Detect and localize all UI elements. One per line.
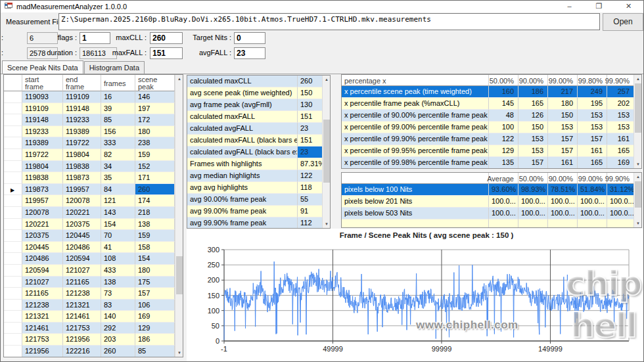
measurement-file-input[interactable]: Z:\Superman.2025.2160p.BluRay.DoVi.x265.… [58, 13, 600, 30]
stats-row[interactable]: Frames with highlights87.31% [187, 158, 330, 170]
scroll-down-icon[interactable]: ▼ [634, 160, 642, 168]
table-row[interactable]: 12116512123873157 [4, 288, 183, 300]
cell: 203 [101, 334, 135, 346]
table-row[interactable]: 11980411983834152 [4, 161, 183, 173]
duration-label: duration : [35, 49, 77, 57]
tab-scene-peak-nits-data[interactable]: Scene Peak Nits Data [2, 60, 83, 74]
row-header-cell [4, 161, 22, 173]
stats-row[interactable]: avg median highlights122 [187, 170, 330, 182]
scrollbar-thumb[interactable] [176, 256, 183, 294]
percentile-row[interactable]: x percentile frame peak (%maxCLL)1451651… [342, 98, 641, 110]
percentile-row[interactable]: x percentile scene peak (time weighted)1… [342, 86, 641, 98]
cell: 171 [135, 172, 175, 184]
avgfall-field[interactable]: 23 [234, 47, 265, 59]
stats-value-cell: 23 [298, 123, 323, 135]
current-row-marker-icon: ▶ [11, 187, 14, 193]
stats-row[interactable]: avg frame peak (avgFmll)130 [187, 99, 330, 111]
scroll-up-icon[interactable]: ▲ [175, 75, 183, 83]
vertical-scrollbar[interactable]: ▲▼ [175, 75, 183, 357]
stats-row[interactable]: avg scene peak (time weighted)150 [187, 87, 330, 99]
tab-histogram-data[interactable]: Histogram Data [84, 61, 145, 74]
scrollbar-thumb[interactable] [323, 120, 330, 183]
scroll-up-icon[interactable]: ▲ [634, 75, 642, 83]
pixels-row[interactable]: pixels below 201 Nits100.0...100.0...100… [342, 196, 641, 208]
close-button[interactable]: ✕ [614, 1, 643, 12]
table-row[interactable]: 12037512044570159 [4, 230, 183, 242]
stats-row[interactable]: avg avg highlights118 [187, 182, 330, 194]
table-row[interactable]: 120078120221143218 [4, 207, 183, 219]
stats-row[interactable]: avg 99.00% frame peak91 [187, 206, 330, 217]
empty-cell [489, 219, 518, 228]
table-row[interactable]: ▶11987311995784260 [4, 184, 183, 196]
table-row[interactable]: 119389119722333238 [4, 137, 183, 149]
target-nits-label: Target Nits : [185, 34, 231, 41]
table-row[interactable]: 12195612221626085 [4, 346, 183, 357]
percentile-row[interactable]: x percentile of 99.00% percentile frame … [342, 122, 641, 133]
table-row[interactable]: 120594121027433180 [4, 265, 183, 277]
table-row[interactable]: 11972211980482159 [4, 149, 183, 161]
stats-value-cell: 23 [298, 147, 323, 158]
cell: 121238 [22, 300, 63, 311]
table-row[interactable]: 11914811923385172 [4, 114, 183, 126]
table-row[interactable]: 121027121165138175 [4, 277, 183, 288]
vertical-scrollbar[interactable]: ▲▼ [322, 76, 330, 228]
percentile-row[interactable]: x percentile of 99.98% percentile frame … [342, 157, 641, 169]
table-row[interactable]: 12044512048641158 [4, 242, 183, 254]
table-row[interactable]: 121321121461140169 [4, 311, 183, 323]
cell: 85 [135, 346, 175, 357]
table-row[interactable]: 12123812132183106 [4, 300, 183, 311]
cell: 120375 [63, 219, 101, 231]
cell: 140 [101, 311, 135, 323]
value-cell: 145 [489, 98, 518, 110]
stats-row[interactable]: calculated maxFALL151 [187, 111, 330, 123]
stats-row[interactable]: calculated maxCLL260 [187, 76, 330, 87]
stats-row[interactable]: avg 99.90% frame peak112 [187, 217, 330, 229]
percentile-row[interactable]: x percentile of 99.90% percentile frame … [342, 133, 641, 145]
value-cell: 126 [518, 110, 548, 122]
scrollbar-thumb[interactable] [635, 181, 641, 208]
target-nits-field[interactable]: 0 [234, 32, 265, 44]
column-header: scene peak [135, 75, 175, 91]
scroll-up-icon[interactable]: ▲ [634, 173, 642, 181]
stats-row[interactable]: calculated avgFALL23 [187, 123, 330, 135]
value-cell: 150 [518, 122, 548, 133]
maxcll-field[interactable]: 260 [150, 32, 183, 44]
scroll-down-icon[interactable]: ▼ [323, 220, 331, 228]
scroll-up-icon[interactable]: ▲ [323, 76, 331, 83]
percentile-row[interactable]: x percentile of 90.00% percentile frame … [342, 110, 641, 122]
scroll-down-icon[interactable]: ▼ [634, 219, 642, 227]
scroll-down-icon[interactable]: ▼ [175, 349, 183, 357]
table-row[interactable]: 121753121956203186 [4, 334, 183, 346]
open-button[interactable]: Open [603, 13, 643, 31]
column-header [342, 173, 489, 184]
window-title: madMeasurementAnalyzer 1.0.0.0 [16, 3, 127, 11]
table-row[interactable]: 121461121753292129 [4, 323, 183, 334]
cell: 119233 [63, 114, 101, 126]
table-row[interactable]: 119233119389156180 [4, 126, 183, 138]
cell: 180 [135, 265, 175, 277]
scrollbar-thumb[interactable] [635, 83, 641, 133]
cell: 158 [135, 242, 175, 254]
value-cell: 100.0... [489, 208, 518, 219]
table-row[interactable]: 120486120594108154 [4, 253, 183, 265]
stats-row[interactable]: calculated maxFALL (black bars exclu...1… [187, 135, 330, 147]
value-cell: 100 [489, 122, 518, 133]
maxfall-field[interactable]: 151 [150, 47, 183, 59]
stats-row[interactable]: calculated avgFALL (black bars exclud...… [187, 147, 330, 158]
pixels-row[interactable]: pixels below 100 Nits93.60%98.93%78.51%5… [342, 184, 641, 196]
maximize-button[interactable]: ❐ [584, 1, 614, 12]
table-row[interactable]: 119957120078121174 [4, 195, 183, 207]
vertical-scrollbar[interactable]: ▲▼ [633, 75, 641, 168]
cell: 108 [101, 253, 135, 265]
table-row[interactable]: 11909311910916146 [4, 91, 183, 103]
table-row[interactable]: 11983811987335171 [4, 172, 183, 184]
minimize-button[interactable]: – [555, 1, 584, 12]
table-row[interactable]: 11910911914839197 [4, 103, 183, 115]
cell: 175 [135, 277, 175, 288]
row-header-cell [4, 265, 22, 277]
pixels-row[interactable]: pixels below 503 Nits100.0...100.0...100… [342, 208, 641, 219]
percentile-row[interactable]: x percentile of 99.95% percentile frame … [342, 145, 641, 157]
stats-row[interactable]: avg 90.00% frame peak55 [187, 194, 330, 206]
table-row[interactable]: 120221120375154138 [4, 219, 183, 231]
vertical-scrollbar[interactable]: ▲▼ [633, 173, 641, 227]
